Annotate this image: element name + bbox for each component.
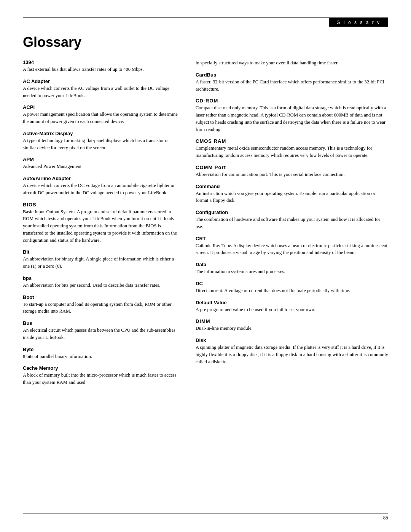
entry-term: CRT [196, 236, 388, 241]
page: G l o s s a r y Glossary 1394A fast exte… [0, 0, 411, 532]
top-rule [23, 17, 388, 18]
list-item: APMAdvanced Power Management. [23, 157, 180, 170]
entry-def: Direct current. A voltage or current tha… [196, 287, 388, 294]
list-item: CMOS RAMComplementary metal oxide semico… [196, 138, 388, 159]
entry-term: Byte [23, 347, 180, 352]
list-item: ACPIA power management specification tha… [23, 104, 180, 125]
entry-def: A pre programmed value to be used if you… [196, 306, 388, 313]
header-bar: G l o s s a r y [329, 18, 388, 27]
list-item: CommandAn instruction which you give you… [196, 184, 388, 204]
entry-def: Abbreviation for communication port. Thi… [196, 171, 388, 178]
entry-def: A type of technology for making flat-pan… [23, 137, 180, 152]
entry-def: A block of memory built into the micro-p… [23, 372, 180, 386]
entry-def: 8 bits of parallel binary information. [23, 353, 180, 360]
entry-def: A spinning platter of magnetic data stor… [196, 344, 388, 365]
entry-def: A device which converts the DC voltage f… [23, 182, 180, 197]
entry-term: Bus [23, 320, 180, 326]
list-item: CRTCathode Ray Tube. A display device wh… [196, 236, 388, 257]
list-item: BootTo start-up a computer and load its … [23, 294, 180, 315]
list-item: BitAn abbreviation for binary digit. A s… [23, 249, 180, 270]
entry-term: Disk [196, 337, 388, 343]
list-item: 1394A fast external bus that allows tran… [23, 59, 180, 73]
list-item: DCDirect current. A voltage or current t… [196, 281, 388, 294]
entry-def: The information a system stores and proc… [196, 268, 388, 275]
list-item: Auto/Airline AdapterA device which conve… [23, 176, 180, 197]
entry-def: A device which converts the AC voltage f… [23, 85, 180, 99]
entry-def: A fast external bus that allows transfer… [23, 66, 180, 73]
page-title: Glossary [23, 34, 388, 50]
list-item: Active-Matrix DisplayA type of technolog… [23, 131, 180, 152]
entry-def: A power management specification that al… [23, 111, 180, 125]
entry-term: Auto/Airline Adapter [23, 176, 180, 181]
entry-term: AC Adapter [23, 78, 180, 84]
entry-def: Complementary metal oxide semiconductor … [196, 145, 388, 159]
entry-term: Boot [23, 294, 180, 300]
left-column: 1394A fast external bus that allows tran… [23, 59, 180, 391]
right-column: in specially structured ways to make you… [196, 59, 388, 391]
entry-term: COMM Port [196, 165, 388, 170]
bottom-rule [23, 513, 388, 514]
list-item: COMM PortAbbreviation for communication … [196, 165, 388, 178]
list-item: CD-ROMCompact disc read only memory. Thi… [196, 98, 388, 133]
entry-def: A faster, 32-bit version of the PC Card … [196, 78, 388, 93]
entry-term: BIOS [23, 202, 180, 208]
entry-term: bps [23, 275, 180, 281]
list-item: bpsAn abbreviation for bits per second. … [23, 275, 180, 289]
entry-term: APM [23, 157, 180, 162]
entry-term: CardBus [196, 72, 388, 78]
entry-term: Default Value [196, 300, 388, 305]
content-area: Glossary 1394A fast external bus that al… [23, 30, 388, 509]
entry-term: DC [196, 281, 388, 286]
list-item: DiskA spinning platter of magnetic data … [196, 337, 388, 365]
list-item: BusAn electrical circuit which passes da… [23, 320, 180, 341]
list-item: DataThe information a system stores and … [196, 262, 388, 275]
entry-def: Basic Input-Output System. A program and… [23, 208, 180, 244]
list-item: DIMMDual-in-line memory module. [196, 318, 388, 332]
list-item: Cache MemoryA block of memory built into… [23, 365, 180, 386]
entry-term: 1394 [23, 59, 180, 65]
entry-def: An instruction which you give your opera… [196, 190, 388, 204]
intro-text: in specially structured ways to make you… [196, 59, 388, 67]
entry-def: An abbreviation for bits per second. Use… [23, 282, 180, 289]
entry-term: Command [196, 184, 388, 189]
two-columns: 1394A fast external bus that allows tran… [23, 59, 388, 391]
entry-def: To start-up a computer and load its oper… [23, 301, 180, 315]
entry-term: Cache Memory [23, 365, 180, 371]
entry-term: CD-ROM [196, 98, 388, 104]
entry-def: An abbreviation for binary digit. A sing… [23, 256, 180, 270]
list-item: CardBusA faster, 32-bit version of the P… [196, 72, 388, 93]
entry-term: Bit [23, 249, 180, 255]
list-item: BIOSBasic Input-Output System. A program… [23, 202, 180, 244]
entry-def: Cathode Ray Tube. A display device which… [196, 242, 388, 257]
list-item: Byte8 bits of parallel binary informatio… [23, 347, 180, 360]
list-item: Default ValueA pre programmed value to b… [196, 300, 388, 313]
entry-term: Configuration [196, 209, 388, 215]
entry-def: The combination of hardware and software… [196, 216, 388, 230]
entry-def: Compact disc read only memory. This is a… [196, 104, 388, 133]
entry-term: DIMM [196, 318, 388, 324]
entry-term: CMOS RAM [196, 138, 388, 144]
page-number: 85 [383, 515, 388, 521]
entry-term: Data [196, 262, 388, 267]
header-label: G l o s s a r y [336, 20, 381, 25]
entry-term: ACPI [23, 104, 180, 110]
list-item: AC AdapterA device which converts the AC… [23, 78, 180, 99]
entry-def: Dual-in-line memory module. [196, 325, 388, 332]
entry-def: An electrical circuit which passes data … [23, 327, 180, 341]
entry-def: Advanced Power Management. [23, 163, 180, 170]
list-item: ConfigurationThe combination of hardware… [196, 209, 388, 230]
entry-term: Active-Matrix Display [23, 131, 180, 136]
